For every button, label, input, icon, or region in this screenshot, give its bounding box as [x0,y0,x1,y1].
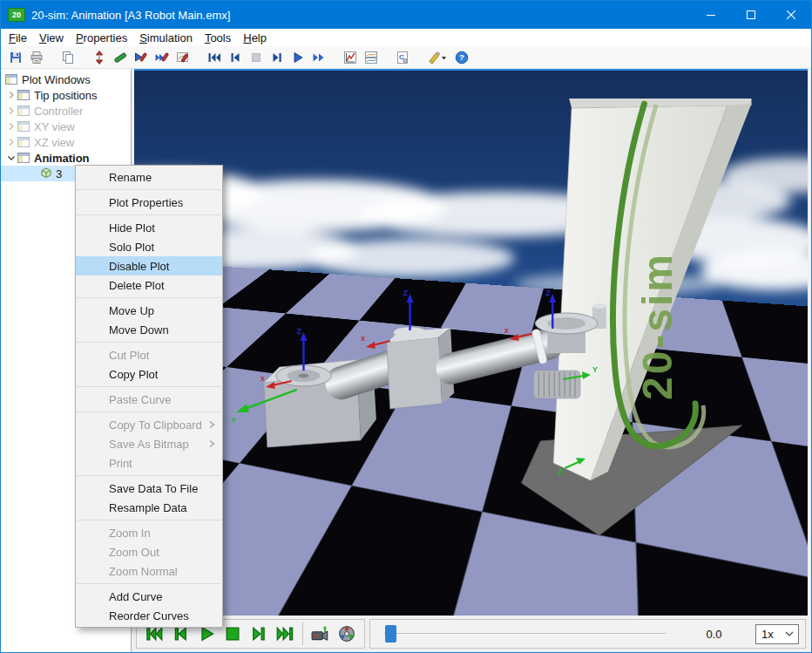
speed-value: 1x [761,628,774,641]
pen-options-button[interactable] [424,48,450,67]
tree-item-label: Animation [34,152,90,165]
timeline-group: 0.0 1x [369,619,806,649]
menu-item-zoom-normal[interactable]: Zoom Normal [76,561,222,581]
anim-step-forward-button[interactable] [246,622,272,646]
plot-properties-button[interactable] [341,48,360,67]
menu-item-print[interactable]: Print [76,453,222,473]
menubar: File View Properties Simulation Tools He… [1,29,811,46]
chevron-right-icon[interactable] [5,105,17,117]
menu-item-disable-plot[interactable]: Disable Plot [76,256,222,275]
tree-root-plot-windows[interactable]: Plot Windows [1,71,131,87]
help-button[interactable]: ? [452,48,471,67]
menu-separator [77,342,221,343]
menu-item-move-up[interactable]: Move Up [76,301,222,320]
move-vertical-icon [92,51,106,65]
play-icon [198,625,215,643]
plot-and-edit-button[interactable] [173,48,193,67]
skip-to-start-button[interactable] [205,48,224,67]
fast-forward-icon [312,51,326,65]
play-button[interactable] [288,48,308,67]
chevron-right-icon[interactable] [5,89,17,101]
close-icon [787,10,795,19]
menu-item-save-data-to-file[interactable]: Save Data To File [76,479,222,498]
stop-button[interactable] [247,48,266,67]
skip-to-start-icon [207,51,221,65]
menu-item-hide-plot[interactable]: Hide Plot [76,218,222,237]
save-button[interactable] [6,48,25,67]
svg-text:Z: Z [545,289,551,297]
time-slider[interactable] [383,622,666,645]
submenu-arrow-icon [208,439,215,448]
tree-item-animation[interactable]: Animation [1,150,131,166]
menu-item-save-as-bitmap[interactable]: Save As Bitmap [76,434,222,453]
movie-reel-button[interactable] [334,622,360,646]
tree-root-label: Plot Windows [22,73,91,86]
tree-item-tip-positions[interactable]: Tip positions [1,87,131,103]
video-camera-icon [311,625,330,643]
menu-item-delete-plot[interactable]: Delete Plot [76,275,222,295]
run-and-edit-button[interactable] [132,48,151,67]
anim-stop-button[interactable] [220,622,246,646]
move-vertical-button[interactable] [90,48,109,67]
chevron-right-icon[interactable] [5,120,17,133]
menu-item-resample-data[interactable]: Resample Data [76,498,222,517]
movie-reel-icon [338,625,355,643]
maximize-button[interactable] [731,1,771,29]
menu-simulation[interactable]: Simulation [133,31,199,45]
plot-window-icon [17,137,30,147]
menu-item-move-down[interactable]: Move Down [76,320,222,339]
menu-item-add-curve[interactable]: Add Curve [76,587,222,606]
tree-item-controller[interactable]: Controller [1,103,131,119]
chevron-down-icon[interactable] [5,152,17,164]
stop-icon [224,625,241,643]
print-button[interactable] [27,48,46,67]
record-animation-button[interactable] [308,622,334,646]
menu-item-copy-to-clipboard[interactable]: Copy To Clipboard [76,415,222,434]
plot-and-edit-icon [176,51,190,65]
numeric-view-button[interactable]: C [393,48,412,67]
copy-button[interactable] [58,48,78,67]
fast-run-and-edit-button[interactable] [152,48,172,67]
plot-window-icon [17,121,30,132]
menu-help[interactable]: Help [237,31,273,45]
tree-item-xz-view[interactable]: XZ view [1,134,131,150]
menu-item-copy-plot[interactable]: Copy Plot [76,364,222,384]
minimize-button[interactable] [691,1,731,29]
speed-select[interactable]: 1x [755,624,799,644]
menu-item-paste-curve[interactable]: Paste Curve [76,390,222,409]
menu-tools[interactable]: Tools [199,31,237,45]
menu-item-zoom-in[interactable]: Zoom In [76,523,222,542]
menu-view[interactable]: View [33,31,70,45]
step-back-icon [228,51,242,65]
multiple-plots-button[interactable] [362,48,381,67]
menu-item-reorder-curves[interactable]: Reorder Curves [76,606,222,625]
animation-panel: 20-sim [132,69,811,652]
svg-text:x: x [504,326,509,335]
copy-icon [61,51,75,65]
menu-item-rename[interactable]: Rename [76,167,222,187]
tree-item-label: XZ view [34,136,74,149]
menu-item-cut-plot[interactable]: Cut Plot [76,345,222,364]
menu-separator [77,475,221,476]
time-slider-handle[interactable] [385,625,396,643]
plot-window-icon [5,74,17,85]
anim-skip-to-end-button[interactable] [272,622,298,646]
menu-item-plot-properties[interactable]: Plot Properties [76,193,222,212]
plot-window-icon [17,105,30,116]
animation-3d-viewport[interactable]: 20-sim [134,69,808,616]
menu-file[interactable]: File [3,31,33,45]
menu-item-solo-plot[interactable]: Solo Plot [76,237,222,256]
time-slider-track[interactable] [383,633,666,635]
step-forward-button[interactable] [267,48,287,67]
tree-item-xy-view[interactable]: XY view [1,119,131,134]
close-button[interactable] [771,1,811,29]
toolbar: C ? [1,46,811,69]
menu-properties[interactable]: Properties [70,31,133,45]
menu-item-zoom-out[interactable]: Zoom Out [76,542,222,561]
fast-forward-button[interactable] [309,48,328,67]
menu-separator [77,386,221,387]
edit-model-button[interactable] [111,48,130,67]
chevron-right-icon[interactable] [5,136,17,148]
step-back-button[interactable] [226,48,245,67]
maximize-icon [747,10,755,19]
